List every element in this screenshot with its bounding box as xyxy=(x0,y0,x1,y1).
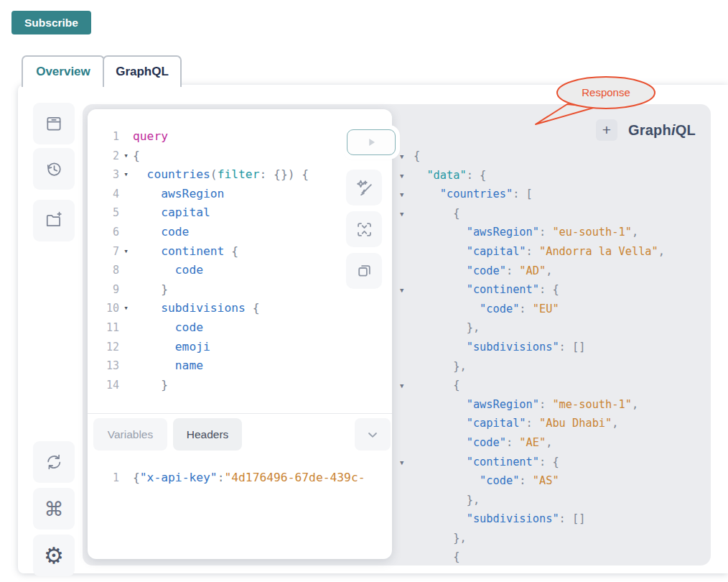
code-line: { xyxy=(400,548,711,567)
fold-arrow-icon[interactable]: ▼ xyxy=(400,205,414,224)
fold-spacer xyxy=(400,223,414,243)
code-token: , xyxy=(612,417,618,430)
code-text: "continent": { xyxy=(414,280,559,300)
code-text: code xyxy=(133,261,203,280)
fold-spacer xyxy=(400,358,414,377)
tab-overview-label: Overview xyxy=(36,65,90,79)
subscribe-button[interactable]: Subscribe xyxy=(11,11,91,34)
refetch-schema-icon[interactable] xyxy=(33,441,75,483)
merge-fragments-button[interactable] xyxy=(346,211,382,247)
line-number: 13 xyxy=(88,356,119,376)
code-token: "me-south-1" xyxy=(552,398,632,411)
tab-variables[interactable]: Variables xyxy=(93,418,167,451)
tab-overview[interactable]: Overview xyxy=(22,55,105,87)
fold-spacer xyxy=(400,396,414,415)
fold-arrow-icon[interactable]: ▼ xyxy=(400,453,414,473)
fold-spacer xyxy=(119,338,133,357)
code-line: 13name xyxy=(88,356,392,376)
code-token: : xyxy=(519,302,532,315)
docs-icon[interactable] xyxy=(33,103,75,144)
code-token: { xyxy=(246,301,260,315)
tab-graphql-label: GraphQL xyxy=(116,65,169,79)
code-line: 10▾subdivisions { xyxy=(88,299,392,318)
code-line: }, xyxy=(400,529,711,548)
code-text: "awsRegion": "me-south-1", xyxy=(414,395,638,415)
tab-headers-label: Headers xyxy=(187,428,229,441)
code-token: : xyxy=(526,245,539,258)
prettify-icon xyxy=(355,178,374,198)
code-token: "countries" xyxy=(440,188,513,200)
code-line: "code": "AS" xyxy=(400,471,711,491)
code-text: }, xyxy=(414,529,467,548)
code-line: "awsRegion": "me-south-1", xyxy=(400,395,711,415)
code-text: }, xyxy=(414,491,480,510)
code-text: "continent": { xyxy=(414,453,559,472)
code-token: }, xyxy=(467,494,480,507)
fold-arrow-icon[interactable]: ▼ xyxy=(400,377,414,396)
code-token: filter xyxy=(218,167,260,181)
fold-arrow-icon[interactable]: ▾ xyxy=(119,299,133,318)
fold-arrow-icon[interactable]: ▾ xyxy=(119,242,133,262)
code-token: "capital" xyxy=(467,245,526,258)
code-token: "awsRegion" xyxy=(467,398,539,411)
code-token: : {}) { xyxy=(259,167,309,181)
code-text: "code": "EU" xyxy=(414,300,559,319)
code-line: "code": "EU" xyxy=(400,300,711,319)
fold-arrow-icon[interactable]: ▾ xyxy=(119,147,133,166)
code-line: ▼"countries": [ xyxy=(400,185,711,204)
code-text: "code": "AS" xyxy=(414,471,559,491)
code-token: : xyxy=(539,226,552,239)
fold-spacer xyxy=(119,203,133,223)
code-line: 1{"x-api-key":"4d176496-67de-439c- xyxy=(88,467,392,489)
fold-arrow-icon[interactable]: ▾ xyxy=(119,165,133,185)
code-token: { xyxy=(224,244,238,258)
keyboard-shortcuts-icon[interactable]: ⌘ xyxy=(33,488,75,530)
fold-arrow-icon[interactable]: ▼ xyxy=(400,167,414,186)
open-collection-icon[interactable] xyxy=(33,200,75,241)
code-line: }, xyxy=(400,357,711,377)
query-editor[interactable]: 1query2▾{3▾countries(filter: {}) {4awsRe… xyxy=(88,109,392,394)
code-line: ▼"continent": { xyxy=(400,453,711,472)
code-text: "capital": "Abu Dhabi", xyxy=(414,414,619,433)
code-line: ▼{ xyxy=(400,204,711,223)
code-token: { xyxy=(133,471,140,484)
code-token: , xyxy=(658,245,665,258)
headers-editor[interactable]: 1{"x-api-key":"4d176496-67de-439c- xyxy=(88,467,392,489)
code-line: ▼"continent": { xyxy=(400,280,711,300)
tab-headers[interactable]: Headers xyxy=(173,418,242,451)
execute-query-button[interactable] xyxy=(347,129,396,155)
line-number: 3 xyxy=(88,165,119,185)
fold-spacer xyxy=(119,467,133,489)
code-line: "code": "AE", xyxy=(400,433,711,453)
fold-arrow-icon[interactable]: ▼ xyxy=(400,147,414,167)
code-token: code xyxy=(175,320,203,334)
history-icon[interactable] xyxy=(33,148,75,190)
code-text: {"x-api-key":"4d176496-67de-439c- xyxy=(133,467,365,489)
chevron-down-icon xyxy=(364,426,381,443)
code-token: } xyxy=(161,378,168,392)
fold-arrow-icon[interactable]: ▼ xyxy=(400,281,414,300)
copy-query-button[interactable] xyxy=(346,253,382,289)
command-icon: ⌘ xyxy=(45,498,64,520)
code-token: countries xyxy=(147,167,210,181)
code-line: 12emoji xyxy=(88,338,392,357)
fold-spacer xyxy=(400,530,414,549)
code-text: code xyxy=(133,223,189,242)
line-number: 9 xyxy=(88,280,119,300)
code-line: }, xyxy=(400,491,711,510)
line-number: 11 xyxy=(88,318,119,338)
code-text: name xyxy=(133,356,203,376)
code-token: awsRegion xyxy=(161,187,224,200)
settings-icon[interactable]: ⚙ xyxy=(33,535,75,576)
code-token: "code" xyxy=(467,264,506,277)
tab-graphql[interactable]: GraphQL xyxy=(103,55,182,87)
code-token: "AE" xyxy=(519,436,546,449)
code-token: "continent" xyxy=(467,283,539,296)
prettify-button[interactable] xyxy=(346,170,382,205)
code-line: "code": "AD", xyxy=(400,262,711,281)
fold-spacer xyxy=(119,223,133,242)
code-text: } xyxy=(133,376,168,395)
collapse-editor-tools-button[interactable] xyxy=(355,418,391,451)
fold-arrow-icon[interactable]: ▼ xyxy=(400,185,414,205)
code-token: code xyxy=(161,225,189,239)
